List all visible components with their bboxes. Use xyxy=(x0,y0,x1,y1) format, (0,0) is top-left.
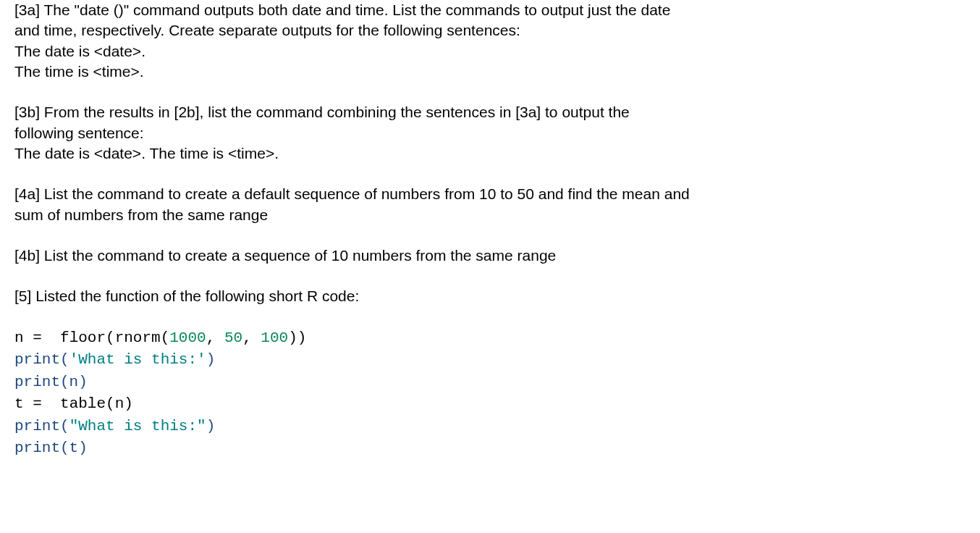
code-string: 'What is this:' xyxy=(69,351,206,368)
q3a-line2: and time, respectively. Create separate … xyxy=(14,20,966,41)
code-t: , xyxy=(206,330,224,346)
code-fn: print( xyxy=(14,418,69,435)
code-t: = xyxy=(33,330,42,346)
code-t: t xyxy=(14,395,33,412)
question-3b: [3b] From the results in [2b], list the … xyxy=(14,102,966,164)
q3a-line1: [3a] The "date ()" command outputs both … xyxy=(14,0,966,20)
code-number: 1000 xyxy=(169,330,206,346)
q5-line1: [5] Listed the function of the following… xyxy=(14,286,966,306)
code-fn: print(n) xyxy=(14,374,88,390)
code-t: table(n) xyxy=(42,395,133,412)
code-t: floor(rnorm( xyxy=(42,330,169,346)
code-t: )) xyxy=(288,330,306,346)
code-fn: print( xyxy=(14,351,69,368)
question-4a: [4a] List the command to create a defaul… xyxy=(14,184,966,225)
code-string: "What is this:" xyxy=(69,418,206,435)
q3b-line3: The date is <date>. The time is <time>. xyxy=(14,143,966,164)
q4a-line2: sum of numbers from the same range xyxy=(14,205,966,225)
code-t: n xyxy=(14,330,33,346)
code-number: 100 xyxy=(261,330,288,346)
code-t: ) xyxy=(206,418,216,435)
code-t: , xyxy=(242,330,261,346)
q4a-line1: [4a] List the command to create a defaul… xyxy=(14,184,966,204)
code-fn: print(t) xyxy=(14,440,88,456)
code-t: = xyxy=(33,395,42,412)
q3b-line1: [3b] From the results in [2b], list the … xyxy=(14,102,966,122)
r-code-block: n = floor(rnorm(1000, 50, 100)) print('W… xyxy=(14,327,966,460)
q3b-line2: following sentence: xyxy=(14,123,966,143)
q4b-line1: [4b] List the command to create a sequen… xyxy=(14,245,966,266)
q3a-line3: The date is <date>. xyxy=(14,41,966,62)
question-4b: [4b] List the command to create a sequen… xyxy=(14,245,966,266)
code-number: 50 xyxy=(224,330,242,346)
code-t: ) xyxy=(206,351,216,368)
question-3a: [3a] The "date ()" command outputs both … xyxy=(14,0,966,82)
question-5: [5] Listed the function of the following… xyxy=(14,286,966,306)
q3a-line4: The time is <time>. xyxy=(14,62,966,82)
